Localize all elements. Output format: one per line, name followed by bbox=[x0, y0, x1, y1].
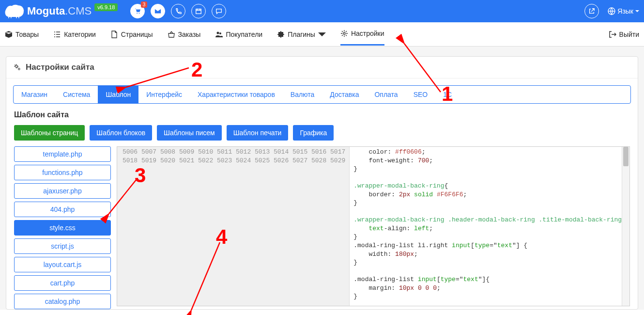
tab-seo[interactable]: SEO bbox=[406, 86, 436, 103]
gear-icon bbox=[340, 30, 348, 37]
external-link-button[interactable] bbox=[584, 4, 599, 18]
nav-exit[interactable]: Выйти bbox=[609, 24, 639, 45]
svg-point-5 bbox=[15, 65, 18, 68]
settings-card: Настройки сайта МагазинСистемаШаблонИнте… bbox=[6, 56, 638, 310]
template-btn-2[interactable]: Шаблоны писем bbox=[157, 125, 222, 141]
annotation-2: 2 bbox=[191, 58, 202, 81]
editor-scrollbar[interactable] bbox=[622, 147, 629, 306]
chat-icon bbox=[215, 8, 222, 15]
logo-text-sub: .CMS bbox=[65, 5, 92, 17]
cart-badge: 3 bbox=[141, 1, 148, 8]
file-list: template.phpfunctions.phpajaxuser.php404… bbox=[14, 146, 111, 309]
external-link-icon bbox=[588, 8, 595, 15]
list-icon bbox=[53, 31, 61, 38]
file-layout-cart-js[interactable]: layout.cart.js bbox=[14, 257, 111, 272]
card-header: Настройки сайта bbox=[6, 57, 638, 79]
file-functions-php[interactable]: functions.php bbox=[14, 165, 111, 180]
annotation-4: 4 bbox=[216, 225, 227, 249]
exit-icon bbox=[609, 31, 616, 38]
mail-button[interactable] bbox=[151, 4, 165, 18]
template-btn-4[interactable]: Графика bbox=[293, 125, 334, 141]
file-catalog-php[interactable]: catalog.php bbox=[14, 294, 111, 309]
logo-text-main: Moguta bbox=[27, 5, 65, 17]
box-icon bbox=[5, 31, 13, 38]
users-icon bbox=[215, 31, 223, 38]
file-404-php[interactable]: 404.php bbox=[14, 202, 111, 217]
chevron-down-icon bbox=[318, 31, 326, 38]
settings-tabs: МагазинСистемаШаблонИнтерфейсХарактерист… bbox=[13, 85, 631, 104]
svg-point-2 bbox=[217, 32, 219, 34]
tab-интерфейс[interactable]: Интерфейс bbox=[138, 86, 190, 103]
annotation-1: 1 bbox=[442, 82, 453, 106]
tab-оплата[interactable]: Оплата bbox=[367, 86, 405, 103]
nav-orders[interactable]: Заказы bbox=[168, 24, 201, 45]
svg-rect-0 bbox=[196, 9, 201, 14]
file-script-js[interactable]: script.js bbox=[14, 238, 111, 254]
phone-icon bbox=[175, 8, 182, 15]
envelope-icon bbox=[154, 8, 161, 15]
main-nav: Товары Категории Страницы Заказы Покупат… bbox=[0, 22, 644, 47]
template-btn-0[interactable]: Шаблоны страниц bbox=[14, 125, 85, 141]
nav-settings[interactable]: Настройки bbox=[340, 23, 384, 46]
globe-icon bbox=[608, 7, 615, 15]
page-icon bbox=[110, 31, 118, 38]
svg-point-3 bbox=[219, 32, 221, 34]
editor-area: template.phpfunctions.phpajaxuser.php404… bbox=[14, 146, 630, 309]
code-editor[interactable]: 5006 5007 5008 5009 5010 5011 5012 5013 … bbox=[117, 146, 630, 306]
tab-шаблон[interactable]: Шаблон bbox=[98, 86, 138, 103]
phone-button[interactable] bbox=[171, 4, 185, 18]
tab-магазин[interactable]: Магазин bbox=[14, 86, 55, 103]
scrollbar-thumb[interactable] bbox=[623, 147, 629, 166]
file-ajaxuser-php[interactable]: ajaxuser.php bbox=[14, 183, 111, 199]
calendar-icon bbox=[195, 8, 202, 15]
chat-button[interactable] bbox=[212, 4, 226, 18]
moguta-logo-icon bbox=[5, 4, 24, 18]
basket-icon bbox=[168, 31, 175, 38]
language-label: Язык bbox=[617, 7, 633, 15]
cart-button[interactable]: 3 bbox=[130, 4, 145, 18]
annotation-3: 3 bbox=[135, 164, 146, 187]
nav-plugins[interactable]: Плагины bbox=[277, 24, 326, 45]
nav-pages[interactable]: Страницы bbox=[110, 24, 153, 45]
version-badge: v6.9.18 bbox=[94, 3, 118, 11]
tab-доставка[interactable]: Доставка bbox=[322, 86, 367, 103]
section-subtitle: Шаблон сайта bbox=[14, 110, 630, 119]
tab-система[interactable]: Система bbox=[55, 86, 98, 103]
code-content[interactable]: color: #ff0606; font-weight: 700; } .wra… bbox=[350, 147, 629, 306]
tab-валюта[interactable]: Валюта bbox=[283, 86, 322, 103]
logo[interactable]: Moguta.CMS bbox=[5, 4, 92, 18]
chevron-down-icon bbox=[635, 9, 639, 13]
template-btn-1[interactable]: Шаблон блоков bbox=[90, 125, 152, 141]
puzzle-icon bbox=[277, 31, 285, 38]
file-template-php[interactable]: template.php bbox=[14, 146, 111, 162]
gears-icon bbox=[13, 63, 22, 72]
calendar-button[interactable] bbox=[191, 4, 206, 18]
svg-point-6 bbox=[18, 68, 20, 70]
cart-icon bbox=[134, 8, 141, 15]
file-cart-php[interactable]: cart.php bbox=[14, 275, 111, 291]
nav-products[interactable]: Товары bbox=[5, 24, 39, 45]
template-buttons: Шаблоны страницШаблон блоковШаблоны писе… bbox=[14, 125, 630, 141]
line-gutter: 5006 5007 5008 5009 5010 5011 5012 5013 … bbox=[117, 147, 350, 306]
svg-point-4 bbox=[343, 32, 345, 34]
tab-характеристики товаров[interactable]: Характеристики товаров bbox=[190, 86, 283, 103]
file-style-css[interactable]: style.css bbox=[14, 220, 111, 236]
content-area: Настройки сайта МагазинСистемаШаблонИнте… bbox=[0, 47, 644, 310]
top-header: Moguta.CMS v6.9.18 3 Язык bbox=[0, 0, 644, 22]
nav-customers[interactable]: Покупатели bbox=[215, 24, 262, 45]
nav-categories[interactable]: Категории bbox=[53, 24, 96, 45]
page-title: Настройки сайта bbox=[26, 63, 94, 72]
language-selector[interactable]: Язык bbox=[608, 7, 639, 15]
template-btn-3[interactable]: Шаблон печати bbox=[227, 125, 289, 141]
